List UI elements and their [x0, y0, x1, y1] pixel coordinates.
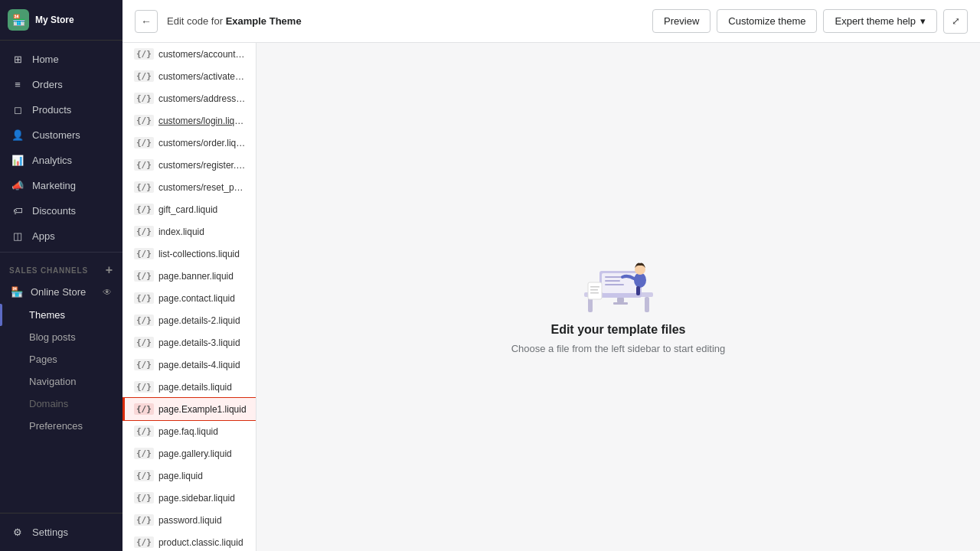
file-list-item[interactable]: {/}customers/login.liquid [122, 109, 256, 132]
svg-rect-4 [602, 273, 639, 293]
file-list-item[interactable]: {/}page.details-3.liquid [122, 331, 256, 354]
sidebar-subitem-themes[interactable]: Themes [0, 304, 122, 326]
file-name-label: page.liquid [158, 471, 203, 481]
file-list-item[interactable]: {/}gift_card.liquid [122, 198, 256, 220]
liquid-file-icon: {/} [134, 514, 154, 526]
sidebar-item-customers[interactable]: 👤 Customers [0, 122, 122, 148]
svg-rect-6 [605, 280, 620, 282]
add-sales-channel-button[interactable]: + [106, 263, 113, 277]
sidebar-item-products[interactable]: ◻ Products [0, 97, 122, 122]
file-list-item[interactable]: {/}product.classic.liquid [122, 531, 256, 551]
liquid-file-icon: {/} [134, 248, 154, 259]
liquid-file-icon: {/} [134, 270, 154, 282]
liquid-file-icon: {/} [134, 381, 154, 393]
analytics-icon: 📊 [11, 155, 24, 166]
empty-state-description: Choose a file from the left sidebar to s… [511, 343, 726, 354]
liquid-file-icon: {/} [134, 315, 154, 326]
visibility-icon[interactable]: 👁 [103, 287, 112, 298]
left-sidebar: 🏪 My Store ⊞ Home ≡ Orders ◻ Products 👤 … [0, 0, 122, 551]
sidebar-item-orders[interactable]: ≡ Orders [0, 72, 122, 97]
liquid-file-icon: {/} [134, 181, 154, 193]
settings-label: Settings [32, 527, 68, 538]
home-icon: ⊞ [11, 54, 24, 65]
file-name-label: page.details.liquid [158, 382, 232, 393]
sidebar-subitem-domains[interactable]: Domains [0, 393, 122, 415]
svg-rect-7 [605, 284, 624, 285]
sidebar-item-discounts[interactable]: 🏷 Discounts [0, 198, 122, 223]
customers-icon: 👤 [11, 129, 24, 141]
file-list-item[interactable]: {/}page.details-4.liquid [122, 354, 256, 376]
pages-label: Pages [29, 354, 57, 365]
sidebar-item-label: Orders [32, 79, 63, 90]
file-name-label: customers/order.liquid [158, 138, 247, 148]
sidebar-item-settings[interactable]: ⚙ Settings [0, 520, 122, 545]
file-list-item[interactable]: {/}page.contact.liquid [122, 287, 256, 309]
file-name-label: list-collections.liquid [158, 249, 240, 259]
domains-label: Domains [29, 398, 68, 409]
liquid-file-icon: {/} [134, 70, 154, 82]
file-list-item[interactable]: {/}customers/register.liquid [122, 154, 256, 176]
file-list-item[interactable]: {/}customers/addresses.liquid [122, 87, 256, 109]
sidebar-item-label: Marketing [32, 180, 76, 191]
apps-icon: ◫ [11, 230, 24, 242]
products-icon: ◻ [11, 104, 24, 116]
sidebar-item-online-store[interactable]: 🏪 Online Store 👁 [0, 280, 122, 304]
file-name-label: customers/login.liquid [158, 116, 247, 126]
sidebar-item-marketing[interactable]: 📣 Marketing [0, 173, 122, 198]
sidebar-item-apps[interactable]: ◫ Apps [0, 223, 122, 249]
file-list-item[interactable]: {/}page.faq.liquid [122, 420, 256, 442]
sidebar-subitem-preferences[interactable]: Preferences [0, 415, 122, 437]
file-list-item[interactable]: {/}page.banner.liquid [122, 265, 256, 287]
file-list-item[interactable]: {/}page.gallery.liquid [122, 442, 256, 465]
back-button[interactable]: ← [135, 10, 158, 33]
preferences-label: Preferences [29, 420, 83, 432]
liquid-file-icon: {/} [134, 448, 154, 459]
liquid-file-icon: {/} [134, 425, 154, 437]
dropdown-arrow-icon: ▾ [920, 15, 926, 27]
sidebar-item-home[interactable]: ⊞ Home [0, 47, 122, 72]
expert-theme-help-button[interactable]: Expert theme help ▾ [823, 9, 937, 33]
sidebar-item-label: Products [32, 104, 71, 116]
file-list-item[interactable]: {/}page.liquid [122, 465, 256, 487]
file-list-item[interactable]: {/}index.liquid [122, 220, 256, 243]
topbar-title: Edit code for Example Theme [167, 15, 643, 27]
svg-rect-9 [613, 302, 628, 305]
file-list-item[interactable]: {/}page.sidebar.liquid [122, 487, 256, 509]
sidebar-subitem-navigation[interactable]: Navigation [0, 370, 122, 393]
sidebar-item-analytics[interactable]: 📊 Analytics [0, 148, 122, 173]
file-name-label: product.classic.liquid [158, 537, 243, 548]
customize-theme-button[interactable]: Customize theme [717, 9, 817, 33]
file-list-item[interactable]: {/}page.Example1.liquid [122, 398, 256, 420]
file-list-item[interactable]: {/}page.details.liquid [122, 376, 256, 398]
file-list-item[interactable]: {/}customers/account.liquid [122, 43, 256, 65]
file-list-item[interactable]: {/}customers/activate_account.li [122, 65, 256, 87]
file-name-label: page.details-3.liquid [158, 337, 240, 348]
file-list-item[interactable]: {/}password.liquid [122, 509, 256, 531]
online-store-label: Online Store [31, 286, 86, 298]
expand-button[interactable]: ⤢ [943, 9, 968, 34]
store-header[interactable]: 🏪 My Store [0, 0, 122, 41]
file-name-label: customers/account.liquid [158, 49, 247, 60]
svg-rect-12 [636, 286, 640, 295]
topbar: ← Edit code for Example Theme Preview Cu… [122, 0, 980, 43]
liquid-file-icon: {/} [134, 48, 154, 60]
file-name-label: page.Example1.liquid [158, 404, 247, 415]
main-content: ← Edit code for Example Theme Preview Cu… [122, 0, 980, 551]
online-store-icon: 🏪 [11, 286, 23, 298]
store-avatar: 🏪 [8, 9, 29, 31]
file-list-item[interactable]: {/}page.details-2.liquid [122, 309, 256, 331]
themes-label: Themes [29, 309, 65, 321]
file-list-item[interactable]: {/}list-collections.liquid [122, 243, 256, 265]
navigation-label: Navigation [29, 376, 76, 387]
liquid-file-icon: {/} [134, 536, 154, 548]
liquid-file-icon: {/} [134, 159, 154, 171]
file-name-label: page.faq.liquid [158, 426, 218, 437]
preview-button[interactable]: Preview [652, 9, 710, 33]
svg-rect-13 [588, 282, 602, 299]
svg-rect-2 [645, 297, 649, 312]
file-list-item[interactable]: {/}customers/reset_password.liq [122, 176, 256, 198]
active-accent [0, 304, 2, 326]
sidebar-subitem-pages[interactable]: Pages [0, 348, 122, 370]
file-list-item[interactable]: {/}customers/order.liquid [122, 132, 256, 154]
sidebar-subitem-blog-posts[interactable]: Blog posts [0, 326, 122, 348]
